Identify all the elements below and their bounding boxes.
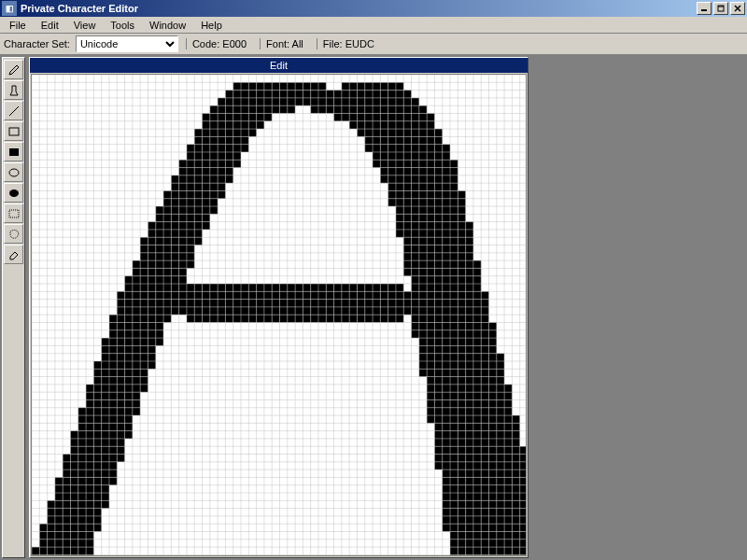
charset-label: Character Set: bbox=[4, 38, 70, 49]
rect-tool-icon[interactable] bbox=[4, 121, 23, 141]
menu-view[interactable]: View bbox=[66, 18, 104, 33]
pixel-grid[interactable] bbox=[31, 74, 527, 556]
svg-rect-6 bbox=[9, 128, 19, 135]
menu-file[interactable]: File bbox=[2, 18, 34, 33]
eraser-tool-icon[interactable] bbox=[4, 245, 23, 264]
pencil-tool-icon[interactable] bbox=[4, 60, 23, 79]
code-field: Code: E000 bbox=[186, 38, 252, 49]
svg-point-8 bbox=[9, 169, 19, 176]
edit-window-title: Edit bbox=[30, 58, 528, 73]
minimize-button[interactable] bbox=[697, 2, 712, 15]
tool-palette bbox=[2, 57, 25, 558]
charset-select[interactable]: Unicode bbox=[76, 35, 178, 52]
titlebar: ◧ Private Character Editor bbox=[0, 0, 747, 17]
close-button[interactable] bbox=[730, 2, 745, 15]
ellipse-tool-icon[interactable] bbox=[4, 162, 23, 182]
line-tool-icon[interactable] bbox=[4, 101, 23, 120]
filled-ellipse-tool-icon[interactable] bbox=[4, 183, 23, 203]
menu-edit[interactable]: Edit bbox=[34, 18, 66, 33]
window-title: Private Character Editor bbox=[21, 3, 697, 14]
file-field: File: EUDC bbox=[317, 38, 380, 49]
menu-window[interactable]: Window bbox=[142, 18, 193, 33]
filled-rect-tool-icon[interactable] bbox=[4, 142, 23, 161]
svg-rect-10 bbox=[9, 210, 19, 217]
font-field: Font: All bbox=[260, 38, 309, 49]
menubar: File Edit View Tools Window Help bbox=[0, 17, 747, 34]
svg-line-5 bbox=[9, 106, 19, 116]
maximize-button[interactable] bbox=[713, 2, 728, 15]
select-free-tool-icon[interactable] bbox=[4, 224, 23, 244]
app-window: ◧ Private Character Editor File Edit Vie… bbox=[0, 0, 747, 560]
window-controls bbox=[697, 2, 745, 15]
svg-rect-7 bbox=[9, 148, 19, 156]
select-rect-tool-icon[interactable] bbox=[4, 203, 23, 223]
menu-tools[interactable]: Tools bbox=[103, 18, 142, 33]
svg-point-9 bbox=[9, 189, 19, 197]
menu-help[interactable]: Help bbox=[193, 18, 230, 33]
app-icon: ◧ bbox=[2, 1, 17, 16]
edit-window: Edit bbox=[29, 57, 529, 558]
brush-tool-icon[interactable] bbox=[4, 80, 23, 100]
info-toolbar: Character Set: Unicode Code: E000 Font: … bbox=[0, 34, 747, 55]
workspace: Edit bbox=[0, 55, 747, 560]
